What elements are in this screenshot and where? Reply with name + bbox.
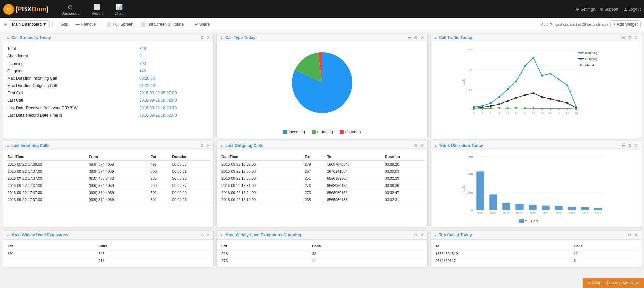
summary-label: Total: [6, 45, 138, 52]
svg-point-62: [580, 52, 582, 54]
widget-last-incoming-header: ▲ Last Incoming Calls ⚙ ✕: [3, 141, 213, 150]
toolbar-right: Auto ⟳ Last updated at 28 seconds ago + …: [541, 20, 641, 28]
nav-report[interactable]: ⬜ Report: [89, 2, 105, 17]
table-row: 2016-09-22 18:02:002791609704884800:00:2…: [219, 161, 425, 168]
table-cell: 00:02:31: [383, 196, 425, 203]
widget-most-used-ext-out: ▲ Most Widely Used Extensions Outgoing ⚙…: [216, 230, 428, 268]
widget-last-outgoing-body: DateTimeExtToDuration 2016-09-22 18:02:0…: [217, 150, 427, 206]
svg-rect-99: [519, 219, 524, 223]
svg-text:600: 600: [467, 155, 473, 158]
table-row: Last Data Record Date Time is 2016-09-22…: [6, 112, 211, 119]
summary-label: Last Data Received from your PBX/SW: [6, 104, 138, 112]
table-cell: 601: [6, 250, 96, 257]
auto-refresh[interactable]: Auto ⟳: [541, 22, 553, 27]
settings-gear-icon[interactable]: ⚙: [200, 35, 204, 40]
widget-call-type-title: ▲ Call Type Today: [220, 35, 255, 40]
table-row: Max Duration Outgoing Call 01:22:48: [6, 82, 211, 89]
collapse-arrow-icon[interactable]: ▲: [434, 233, 437, 237]
svg-point-38: [507, 107, 509, 109]
widget-call-type-controls: ☰ ⚙ ✕: [408, 35, 424, 40]
table-cell: 2679680617: [433, 257, 572, 264]
close-icon[interactable]: ✕: [207, 143, 210, 148]
svg-point-36: [490, 107, 492, 109]
settings-gear-icon[interactable]: ⚙: [628, 233, 632, 237]
settings-gear-icon[interactable]: ⚙: [414, 233, 418, 237]
add-button[interactable]: + Add: [55, 21, 71, 28]
collapse-arrow-icon[interactable]: ▲: [6, 233, 10, 237]
summary-label: Max Duration Outgoing Call: [6, 82, 138, 89]
table-cell: 265: [303, 196, 325, 203]
summary-label: Incoming: [6, 60, 138, 67]
table-cell: 11: [572, 250, 638, 257]
settings-gear-icon[interactable]: ⚙: [414, 143, 418, 148]
full-screen-button[interactable]: ⬜ Full Screen: [104, 21, 136, 28]
hamburger-icon[interactable]: ☰: [622, 143, 625, 148]
table-row: Total 848: [6, 45, 211, 52]
logo[interactable]: ⟳ (PBXDom): [3, 4, 49, 15]
summary-label: First Call: [6, 89, 138, 97]
close-icon[interactable]: ✕: [634, 233, 638, 237]
svg-text:0022: 0022: [503, 212, 509, 215]
svg-point-19: [566, 84, 568, 86]
widget-last-incoming: ▲ Last Incoming Calls ⚙ ✕ DateTimeFromEx…: [3, 141, 214, 228]
remove-button[interactable]: — Remove: [73, 21, 98, 28]
share-button[interactable]: ↩ Share: [192, 21, 212, 28]
svg-text:0002: 0002: [477, 212, 483, 215]
table-cell: 276: [303, 182, 325, 189]
dashboard-selector[interactable]: Main Dashboard ▼: [9, 20, 50, 28]
collapse-arrow-icon[interactable]: ▲: [6, 36, 10, 40]
full-screen-rotate-button[interactable]: ⬜ Full Screen & Rotate: [138, 21, 186, 28]
widget-top-called: ▲ Top Called Today ⚙ ✕ ToCalls 185648945…: [430, 230, 641, 268]
table-cell: [6, 257, 96, 264]
nav-dashboard[interactable]: ⊙ Dashboard: [59, 2, 82, 17]
table-cell: 16097048848: [325, 161, 383, 168]
settings-gear-icon[interactable]: ⚙: [200, 143, 204, 148]
close-icon[interactable]: ✕: [420, 233, 424, 237]
hamburger-icon[interactable]: ☰: [622, 35, 625, 40]
svg-point-31: [558, 100, 560, 102]
table-row: 2016-09-22 16:32:00251856616930000:02:39: [219, 175, 425, 182]
svg-text:5: 5: [473, 111, 475, 115]
close-icon[interactable]: ✕: [634, 35, 638, 40]
table-cell: 00:00:37: [170, 182, 211, 189]
close-icon[interactable]: ✕: [420, 35, 424, 40]
svg-text:13: 13: [532, 111, 535, 115]
settings-gear-icon[interactable]: ⚙: [414, 35, 418, 40]
close-icon[interactable]: ✕: [207, 35, 210, 40]
collapse-arrow-icon[interactable]: ▲: [434, 144, 437, 148]
table-cell: 2016-09-22 16:32:00: [219, 175, 303, 182]
collapse-arrow-icon[interactable]: ▲: [220, 36, 224, 40]
table-cell: 00:02:47: [383, 189, 425, 196]
table-row: 2016-09-22 17:37:00(609) 374-405960100:0…: [6, 196, 211, 203]
top-nav: ⟳ (PBXDom) ⊙ Dashboard ⬜ Report 📊 Chart …: [0, 0, 644, 18]
nav-chart[interactable]: 📊 Chart: [112, 2, 127, 17]
hamburger-icon[interactable]: ☰: [408, 35, 411, 40]
widget-most-used-ext-controls: ⚙ ✕: [200, 233, 210, 237]
close-icon[interactable]: ✕: [207, 233, 210, 237]
svg-text:0005: 0005: [530, 212, 536, 215]
settings-gear-icon[interactable]: ⚙: [200, 233, 204, 237]
add-widget-button[interactable]: + Add Widget: [610, 20, 641, 28]
svg-point-18: [558, 79, 560, 81]
collapse-arrow-icon[interactable]: ▲: [220, 144, 224, 148]
widget-top-called-header: ▲ Top Called Today ⚙ ✕: [431, 231, 641, 240]
collapse-arrow-icon[interactable]: ▲: [220, 233, 224, 237]
widget-most-used-ext-title: ▲ Most Widely Used Extensions: [6, 233, 68, 237]
table-cell: 6: [572, 257, 638, 264]
table-row: 2016-09-22 16:24:00276856896915200:02:47: [219, 189, 425, 196]
support-link[interactable]: ⊕ Support: [600, 7, 618, 12]
svg-point-37: [498, 107, 500, 109]
close-icon[interactable]: ✕: [420, 143, 424, 148]
close-icon[interactable]: ✕: [634, 143, 638, 148]
logout-link[interactable]: ⏏ Logout: [624, 7, 641, 12]
table-cell: 00:02:39: [383, 175, 425, 182]
widget-call-type-header: ▲ Call Type Today ☰ ⚙ ✕: [217, 33, 427, 42]
widget-last-outgoing-controls: ⚙ ✕: [414, 143, 424, 148]
collapse-arrow-icon[interactable]: ▲: [434, 36, 437, 40]
column-header: Calls: [310, 242, 425, 250]
settings-gear-icon[interactable]: ⚙: [628, 143, 632, 148]
settings-link[interactable]: ⚙ Settings: [576, 7, 595, 12]
settings-gear-icon[interactable]: ⚙: [628, 35, 632, 40]
collapse-arrow-icon[interactable]: ▲: [6, 144, 10, 148]
legend-abandon: abandon: [340, 130, 361, 134]
